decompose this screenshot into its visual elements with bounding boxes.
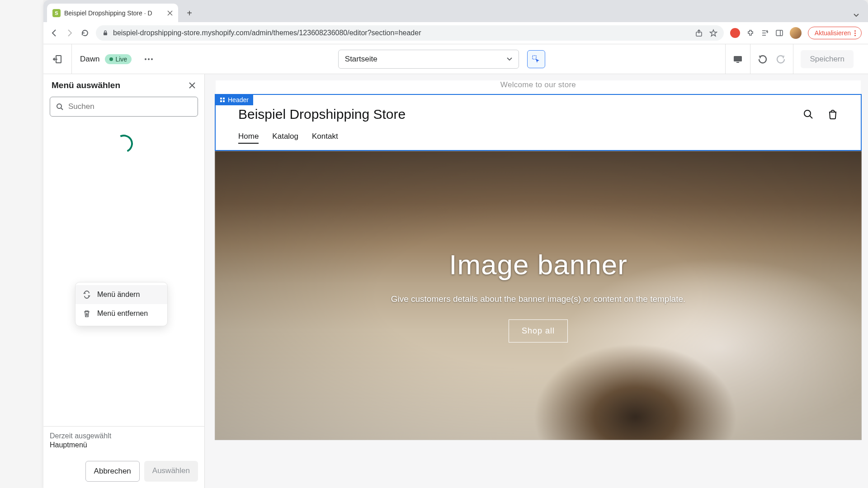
undo-icon[interactable] (758, 54, 768, 64)
svg-point-17 (804, 110, 811, 117)
search-field[interactable] (68, 102, 192, 111)
svg-rect-2 (776, 30, 783, 36)
exit-button[interactable] (43, 44, 72, 74)
current-selection-label: Derzeit ausgewählt (50, 432, 198, 440)
panel-title: Menü auswählen (52, 80, 120, 90)
store-title[interactable]: Beispiel Dropshipping Store (238, 107, 406, 122)
trash-icon (83, 310, 91, 318)
search-icon (56, 103, 64, 111)
back-icon[interactable] (50, 28, 59, 38)
nav-contact[interactable]: Kontakt (312, 132, 338, 144)
svg-rect-9 (734, 56, 742, 61)
reload-icon[interactable] (80, 28, 90, 38)
star-icon[interactable] (709, 29, 717, 37)
theme-name: Dawn (80, 55, 99, 64)
svg-rect-8 (533, 56, 536, 59)
svg-point-7 (151, 58, 153, 60)
page-selector[interactable]: Startseite (338, 50, 519, 69)
tab-strip: S Beispiel Dropshipping Store · D + (43, 0, 868, 22)
main-nav: Home Katalog Kontakt (216, 132, 861, 150)
svg-rect-10 (736, 62, 739, 63)
svg-line-18 (810, 116, 812, 118)
forward-icon[interactable] (65, 28, 74, 38)
theme-preview: Welcome to our store Header Beispiel Dro… (205, 74, 868, 488)
panel-close-icon[interactable] (188, 81, 196, 89)
url-field[interactable]: beispiel-dropshipping-store.myshopify.co… (96, 25, 724, 41)
svg-point-11 (57, 104, 61, 108)
tabs-menu-icon[interactable] (853, 11, 860, 19)
redo-icon[interactable] (776, 54, 786, 64)
address-bar: beispiel-dropshipping-store.myshopify.co… (43, 22, 868, 44)
extension-adblock-icon[interactable] (730, 28, 740, 38)
share-icon[interactable] (695, 29, 703, 37)
loading-spinner (43, 117, 204, 171)
svg-line-12 (61, 108, 63, 110)
nav-home[interactable]: Home (238, 132, 259, 144)
svg-point-5 (145, 58, 146, 60)
macos-sidebar (0, 0, 43, 488)
lock-icon (102, 30, 108, 36)
cart-icon[interactable] (827, 109, 838, 120)
banner-subtitle: Give customers details about the banner … (391, 294, 686, 304)
browser-tab[interactable]: S Beispiel Dropshipping Store · D (47, 4, 178, 22)
editor-topbar: Dawn Live Startseite (43, 44, 868, 74)
chevron-down-icon (507, 57, 512, 61)
extensions-icon[interactable] (746, 29, 755, 37)
nav-catalog[interactable]: Katalog (272, 132, 298, 144)
cancel-button[interactable]: Abbrechen (85, 461, 140, 482)
svg-rect-0 (104, 33, 107, 35)
desktop-view-icon[interactable] (733, 55, 743, 63)
url-text: beispiel-dropshipping-store.myshopify.co… (113, 29, 421, 37)
side-panel-icon[interactable] (775, 29, 783, 37)
menu-picker-panel: Menü auswählen (43, 74, 205, 488)
inspector-toggle[interactable] (527, 50, 545, 68)
select-button[interactable]: Auswählen (144, 461, 198, 482)
save-button[interactable]: Speichern (801, 50, 854, 68)
more-actions-button[interactable] (140, 58, 158, 61)
menu-remove-option[interactable]: Menü entfernen (75, 304, 167, 323)
storefront-search-icon[interactable] (803, 109, 814, 120)
banner-title: Image banner (449, 249, 627, 281)
context-menu: Menü ändern Menü entfernen (75, 282, 168, 326)
swap-icon (83, 291, 91, 299)
image-banner: Image banner Give customers details abou… (215, 151, 862, 440)
search-input[interactable] (50, 97, 198, 117)
update-button[interactable]: Aktualisieren (808, 27, 862, 39)
profile-avatar[interactable] (790, 27, 802, 39)
new-tab-button[interactable]: + (183, 6, 196, 20)
current-selection-value: Hauptmenü (50, 441, 198, 449)
banner-cta-button[interactable]: Shop all (509, 319, 568, 343)
announcement-bar: Welcome to our store (216, 80, 861, 94)
svg-point-6 (148, 58, 150, 60)
live-badge: Live (105, 54, 132, 64)
browser-window: S Beispiel Dropshipping Store · D + beis… (43, 0, 868, 488)
close-icon[interactable] (167, 10, 173, 16)
menu-change-option[interactable]: Menü ändern (75, 285, 167, 304)
menu-dots-icon (854, 30, 856, 36)
shopify-favicon: S (52, 9, 61, 17)
reading-list-icon[interactable] (761, 29, 769, 37)
tab-title: Beispiel Dropshipping Store · D (64, 9, 164, 17)
header-section[interactable]: Header Beispiel Dropshipping Store Home … (215, 94, 862, 151)
